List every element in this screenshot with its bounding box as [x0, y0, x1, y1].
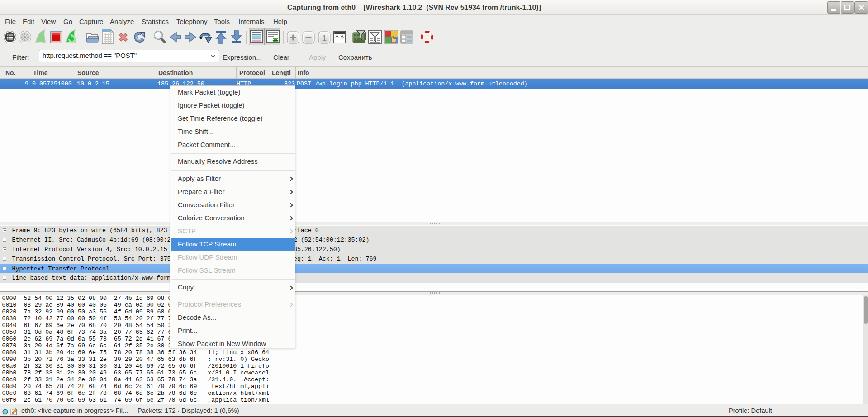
- svg-text:1: 1: [322, 34, 326, 43]
